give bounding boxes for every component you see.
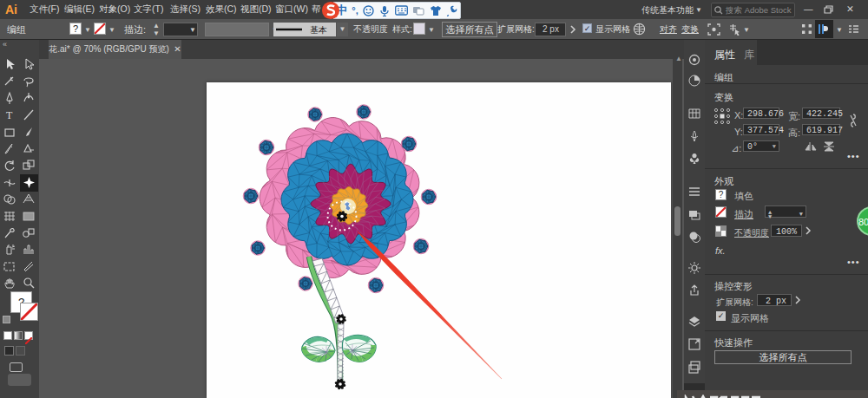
svg-text:80: 80 — [858, 217, 868, 227]
svg-text:T: T — [6, 109, 13, 121]
